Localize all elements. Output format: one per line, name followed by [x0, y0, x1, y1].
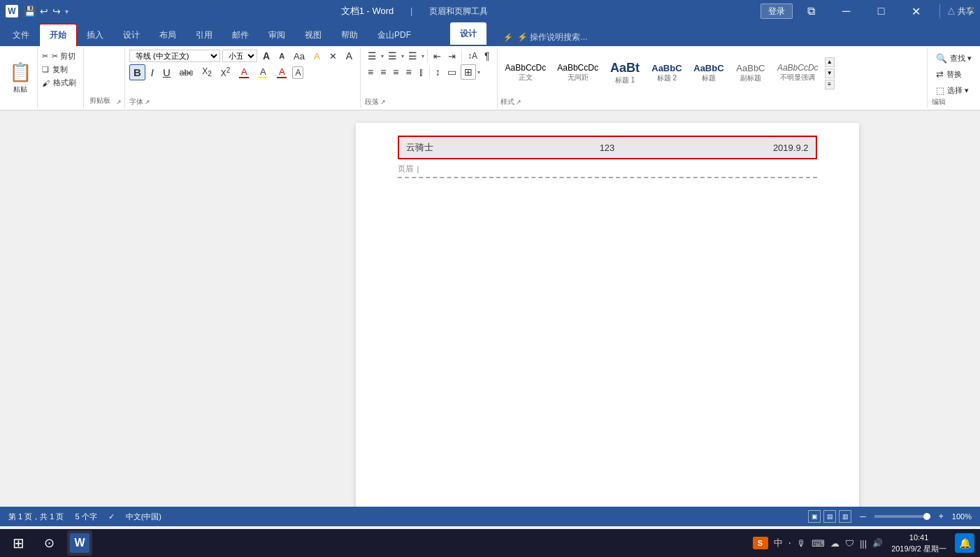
notification-button[interactable]: 🔔 [955, 533, 974, 553]
undo-icon[interactable]: ↩ [40, 6, 48, 17]
sogou-icon[interactable]: S [753, 537, 768, 549]
tab-references[interactable]: 引用 [186, 24, 222, 46]
italic-button[interactable]: I [147, 65, 157, 80]
style-no-spacing[interactable]: AaBbCcDc 无间距 [552, 49, 603, 96]
numbering-dropdown[interactable]: ▾ [401, 53, 404, 59]
doc-body-content[interactable] [356, 178, 859, 458]
line-spacing-button[interactable]: ↕ [433, 65, 443, 79]
clock-area[interactable]: 10:41 2019/9/2 星期一 [886, 532, 952, 555]
close-button[interactable]: ✕ [900, 0, 932, 22]
tab-home[interactable]: 开始 [39, 24, 77, 46]
superscript-button[interactable]: X2 [217, 65, 234, 80]
show-marks-button[interactable]: ¶ [482, 49, 493, 63]
dot-icon[interactable]: · [788, 537, 791, 549]
mic-icon[interactable]: 🎙 [797, 538, 806, 549]
style-subtitle[interactable]: AaBbC 副标题 [730, 49, 771, 96]
font-size-select[interactable]: 小五 [222, 50, 257, 62]
tab-header-design[interactable]: 设计 [450, 22, 487, 45]
replace-button[interactable]: ⇄ 替换 [932, 68, 976, 81]
styles-scroll-down[interactable]: ▼ [825, 68, 835, 78]
styles-expand-icon[interactable]: ↗ [516, 99, 521, 106]
doc-scroll-area[interactable]: 云骑士 123 2019.9.2 页眉 | [234, 110, 980, 507]
style-title[interactable]: AaBbC 标题 [689, 49, 729, 96]
view-web-icon[interactable]: ▥ [839, 510, 851, 523]
bold-button[interactable]: B [129, 64, 145, 80]
increase-indent-button[interactable]: ⇥ [445, 50, 459, 63]
cloud-icon[interactable]: ☁ [830, 538, 840, 549]
tab-insert[interactable]: 插入 [77, 24, 113, 46]
eraser-button[interactable]: ✕ [326, 50, 340, 63]
bullets-button[interactable]: ☰ [365, 49, 380, 63]
style-normal[interactable]: AaBbCcDc 正文 [500, 49, 552, 96]
maximize-button[interactable]: □ [865, 0, 898, 22]
zoom-thumb[interactable] [923, 513, 930, 520]
para-expand-icon[interactable]: ↗ [380, 99, 386, 106]
tab-pdf[interactable]: 金山PDF [368, 24, 421, 46]
format-painter-button[interactable]: 🖌 格式刷 [39, 77, 79, 89]
paste-button[interactable]: 📋 粘贴 [3, 48, 38, 108]
char-border-button[interactable]: A [292, 66, 303, 79]
network-icon[interactable]: 🔊 [872, 538, 883, 548]
copy-button[interactable]: ❏ 复制 [39, 64, 79, 75]
tab-design[interactable]: 设计 [113, 24, 150, 46]
tab-file[interactable]: 文件 [3, 24, 39, 46]
cn-icon[interactable]: 中 [774, 537, 783, 549]
styles-more[interactable]: ≡ [825, 80, 835, 89]
column-button[interactable]: ⫿ [416, 65, 426, 79]
toolbar-dropdown[interactable]: ▾ [65, 8, 69, 15]
style-heading1[interactable]: AaBt 标题 1 [605, 49, 645, 96]
bullets-dropdown[interactable]: ▾ [381, 53, 384, 59]
view-read-icon[interactable]: ▤ [823, 510, 836, 523]
minimize-button[interactable]: ─ [830, 0, 863, 22]
align-right-button[interactable]: ≡ [390, 65, 401, 79]
change-case-button[interactable]: Aa [290, 50, 308, 63]
select-button[interactable]: ⬚ 选择 ▾ [932, 84, 976, 97]
tab-help[interactable]: 帮助 [331, 24, 368, 46]
decrease-indent-button[interactable]: ⇤ [431, 50, 444, 63]
border-dropdown[interactable]: ▾ [477, 69, 480, 75]
styles-scroll-controls[interactable]: ▲ ▼ ≡ [825, 49, 835, 97]
tab-view[interactable]: 视图 [295, 24, 331, 46]
align-center-button[interactable]: ≡ [377, 65, 389, 79]
shade-color-button[interactable]: A [273, 65, 290, 80]
style-heading2[interactable]: AaBbC 标题 2 [647, 49, 687, 96]
hint-search-label[interactable]: ⚡ 操作说明搜索... [517, 31, 587, 43]
subscript-button[interactable]: X2 [199, 65, 215, 79]
start-button[interactable]: ⊞ [6, 530, 31, 556]
tab-review[interactable]: 审阅 [259, 24, 295, 46]
font-color-button[interactable]: A [236, 65, 252, 80]
redo-icon[interactable]: ↪ [52, 6, 61, 17]
bars-icon[interactable]: ||| [860, 538, 867, 549]
numbering-button[interactable]: ☰ [385, 49, 400, 63]
multilevel-button[interactable]: ☰ [405, 49, 420, 63]
font-expand-icon[interactable]: ↗ [145, 99, 150, 106]
save-icon[interactable]: 💾 [24, 6, 36, 17]
cut-button[interactable]: ✂ ✂ 剪切 [39, 50, 79, 62]
zoom-slider[interactable] [874, 515, 930, 518]
login-button[interactable]: 登录 [761, 3, 793, 19]
view-normal-icon[interactable]: ▣ [808, 510, 821, 523]
font-increase-button[interactable]: A [259, 49, 273, 63]
multilevel-dropdown[interactable]: ▾ [421, 53, 424, 59]
restore-down-button[interactable]: ⧉ [795, 0, 828, 22]
underline-button[interactable]: U [159, 65, 174, 80]
align-left-button[interactable]: ≡ [365, 65, 376, 79]
style-subtle-emphasis[interactable]: AaBbCcDc 不明显强调 [772, 49, 823, 96]
zoom-plus[interactable]: + [939, 512, 944, 521]
shading-button[interactable]: ▭ [445, 65, 459, 79]
strikethrough-button[interactable]: abc [176, 66, 196, 79]
security-icon[interactable]: 🛡 [845, 538, 854, 549]
taskbar-word-item[interactable]: W [67, 530, 92, 556]
taskbar-search[interactable]: ⊙ [36, 530, 62, 556]
highlight-color-button[interactable]: A [254, 65, 271, 80]
clear-format-button[interactable]: A [343, 49, 356, 63]
font-decrease-button[interactable]: A [275, 50, 288, 62]
zoom-minus[interactable]: ─ [860, 512, 866, 521]
keyboard-icon[interactable]: ⌨ [812, 538, 825, 549]
collapse-ribbon-button[interactable]: ▲ [967, 3, 976, 13]
language-label[interactable]: 中文(中国) [126, 512, 161, 522]
styles-scroll-up[interactable]: ▲ [825, 57, 835, 67]
clipboard-expand-icon[interactable]: ↗ [112, 96, 122, 106]
border-button[interactable]: ⊞ [461, 64, 476, 80]
spell-check-icon[interactable]: ✓ [108, 512, 115, 521]
